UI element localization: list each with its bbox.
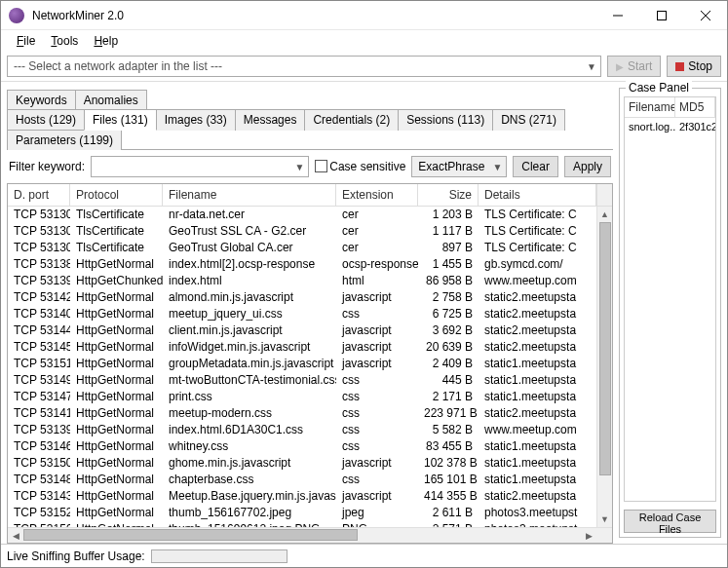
table-row[interactable]: TCP 53142HttpGetNormalalmond.min.js.java… xyxy=(8,289,596,306)
table-row[interactable]: TCP 53138HttpGetNormalindex.html[2].ocsp… xyxy=(8,256,596,273)
tab-images[interactable]: Images (33) xyxy=(156,109,236,131)
cell-extension: javascript xyxy=(336,356,418,372)
table-row[interactable]: TCP 53130TlsCertificateGeoTrust Global C… xyxy=(8,240,596,256)
scroll-thumb[interactable] xyxy=(599,222,611,475)
cell-details: static2.meetupsta xyxy=(479,339,596,356)
cell-extension: javascript xyxy=(336,455,418,472)
tab-credentials[interactable]: Credentials (2) xyxy=(304,109,399,131)
tab-keywords[interactable]: Keywords xyxy=(7,90,76,110)
table-row[interactable]: TCP 53156HttpGetNormalthumb_151699612.jp… xyxy=(8,521,596,527)
case-row-md5: 2f301c2... xyxy=(675,118,715,135)
col-extension[interactable]: Extension xyxy=(336,184,418,206)
cell-extension: css xyxy=(336,472,418,488)
scroll-thumb[interactable] xyxy=(23,529,358,541)
cell-filename: thumb_151699612.jpeg.PNG xyxy=(163,521,336,527)
scroll-right-icon[interactable]: ▶ xyxy=(581,528,596,543)
cell-size: 102 378 B xyxy=(418,455,479,472)
table-row[interactable]: TCP 53144HttpGetNormalclient.min.js.java… xyxy=(8,322,596,339)
table-row[interactable]: TCP 53151HttpGetNormalgroupMetadata.min.… xyxy=(8,356,596,372)
table-row[interactable]: TCP 53149HttpGetNormalmt-twoButtonCTA-te… xyxy=(8,372,596,389)
minimize-button[interactable] xyxy=(595,1,639,30)
scroll-up-icon[interactable]: ▲ xyxy=(597,207,612,222)
tab-parameters[interactable]: Parameters (1199) xyxy=(7,130,122,150)
reload-case-files-button[interactable]: Reload Case Files xyxy=(624,510,716,533)
close-button[interactable] xyxy=(683,1,727,30)
table-row[interactable]: TCP 53139HttpGetChunkedindex.htmlhtml86 … xyxy=(8,273,596,289)
cell-protocol: HttpGetNormal xyxy=(70,422,163,438)
match-mode-select[interactable]: ExactPhrase ▼ xyxy=(411,156,507,177)
tabs: Keywords Anomalies Hosts (129) Files (13… xyxy=(7,90,613,150)
table-row[interactable]: TCP 53141HttpGetNormalmeetup-modern.cssc… xyxy=(8,405,596,422)
adapter-select[interactable]: --- Select a network adapter in the list… xyxy=(7,56,601,77)
table-row[interactable]: TCP 53130TlsCertificatenr-data.net.cerce… xyxy=(8,207,596,223)
table-row[interactable]: TCP 53140HttpGetNormalmeetup_jquery_ui.c… xyxy=(8,306,596,322)
cell-protocol: HttpGetNormal xyxy=(70,356,163,372)
cell-filename: groupMetadata.min.js.javascript xyxy=(163,356,336,372)
menu-file[interactable]: File xyxy=(11,32,41,50)
col-details[interactable]: Details xyxy=(479,184,596,206)
col-size[interactable]: Size xyxy=(418,184,479,206)
case-row[interactable]: snort.log.... 2f301c2... xyxy=(625,118,715,135)
table-row[interactable]: TCP 53139HttpGetNormalindex.html.6D1A30C… xyxy=(8,422,596,438)
tab-dns[interactable]: DNS (271) xyxy=(492,109,565,131)
tab-files[interactable]: Files (131) xyxy=(84,109,157,131)
cell-filename: index.html.6D1A30C1.css xyxy=(163,422,336,438)
titlebar: NetworkMiner 2.0 xyxy=(1,1,727,30)
tab-messages[interactable]: Messages xyxy=(235,109,306,131)
cell-filename: client.min.js.javascript xyxy=(163,322,336,339)
menu-tools[interactable]: Tools xyxy=(45,32,84,50)
cell-protocol: HttpGetNormal xyxy=(70,256,163,273)
col-protocol[interactable]: Protocol xyxy=(70,184,163,206)
scroll-down-icon[interactable]: ▼ xyxy=(597,511,612,527)
buffer-usage-meter xyxy=(151,549,287,563)
chevron-down-icon: ▼ xyxy=(492,162,502,172)
start-button[interactable]: ▶ Start xyxy=(607,56,661,77)
table-row[interactable]: TCP 53152HttpGetNormalthumb_156167702.jp… xyxy=(8,505,596,521)
cell-port: TCP 53138 xyxy=(8,256,70,273)
horizontal-scrollbar[interactable]: ◀ ▶ xyxy=(8,527,612,543)
tab-sessions[interactable]: Sessions (113) xyxy=(398,109,493,131)
col-port[interactable]: D. port xyxy=(8,184,70,206)
clear-button[interactable]: Clear xyxy=(513,156,558,177)
cell-extension: cer xyxy=(336,240,418,256)
table-row[interactable]: TCP 53146HttpGetNormalwhitney.csscss83 4… xyxy=(8,438,596,455)
tab-hosts[interactable]: Hosts (129) xyxy=(7,109,85,131)
table-row[interactable]: TCP 53150HttpGetNormalghome.min.js.javas… xyxy=(8,455,596,472)
cell-filename: thumb_156167702.jpeg xyxy=(163,505,336,521)
cell-protocol: HttpGetNormal xyxy=(70,339,163,356)
filter-input[interactable]: ▼ xyxy=(91,156,309,177)
scroll-left-icon[interactable]: ◀ xyxy=(8,528,23,543)
case-col-filename[interactable]: Filename xyxy=(625,97,675,117)
cell-extension: css xyxy=(336,438,418,455)
cell-port: TCP 53147 xyxy=(8,389,70,405)
cell-port: TCP 53145 xyxy=(8,339,70,356)
table-body[interactable]: TCP 53130TlsCertificatenr-data.net.cerce… xyxy=(8,207,596,527)
cell-filename: print.css xyxy=(163,389,336,405)
cell-port: TCP 53148 xyxy=(8,472,70,488)
cell-extension: javascript xyxy=(336,339,418,356)
col-filename[interactable]: Filename xyxy=(163,184,336,206)
cell-filename: infoWidget.min.js.javascript xyxy=(163,339,336,356)
cell-protocol: HttpGetNormal xyxy=(70,289,163,306)
case-col-md5[interactable]: MD5 xyxy=(675,97,715,117)
table-row[interactable]: TCP 53148HttpGetNormalchapterbase.csscss… xyxy=(8,472,596,488)
cell-size: 2 611 B xyxy=(418,505,479,521)
cell-filename: whitney.css xyxy=(163,438,336,455)
menu-help[interactable]: Help xyxy=(88,32,124,50)
cell-filename: almond.min.js.javascript xyxy=(163,289,336,306)
table-row[interactable]: TCP 53130TlsCertificateGeoTrust SSL CA -… xyxy=(8,223,596,240)
table-row[interactable]: TCP 53143HttpGetNormalMeetup.Base.jquery… xyxy=(8,488,596,505)
vertical-scrollbar[interactable]: ▲ ▼ xyxy=(596,207,612,527)
apply-button[interactable]: Apply xyxy=(564,156,611,177)
stop-button[interactable]: Stop xyxy=(667,56,721,77)
chevron-down-icon: ▼ xyxy=(587,61,596,72)
table-row[interactable]: TCP 53145HttpGetNormalinfoWidget.min.js.… xyxy=(8,339,596,356)
cell-protocol: HttpGetNormal xyxy=(70,389,163,405)
case-sensitive-checkbox[interactable]: Case sensitive xyxy=(315,160,405,173)
maximize-button[interactable] xyxy=(639,1,683,30)
table-row[interactable]: TCP 53147HttpGetNormalprint.csscss2 171 … xyxy=(8,389,596,405)
cell-size: 1 455 B xyxy=(418,256,479,273)
cell-filename: Meetup.Base.jquery.min.js.javascript xyxy=(163,488,336,505)
tab-anomalies[interactable]: Anomalies xyxy=(75,90,147,110)
cell-size: 86 958 B xyxy=(418,273,479,289)
